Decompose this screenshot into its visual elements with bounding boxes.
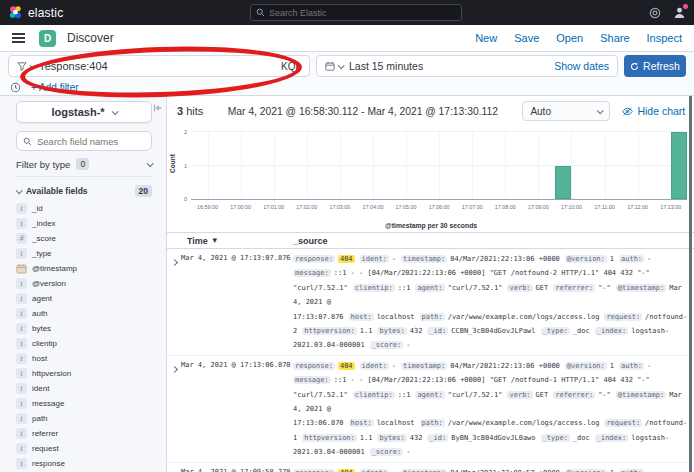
string-field-icon: t — [16, 308, 27, 319]
grid-line — [538, 132, 539, 199]
source-field-name: _type: — [541, 434, 570, 442]
global-search[interactable] — [250, 4, 462, 21]
string-field-icon: t — [16, 218, 27, 229]
filter-by-type[interactable]: Filter by type 0 — [16, 158, 152, 177]
scrollbar[interactable] — [689, 96, 692, 472]
time-range-button[interactable]: Last 15 minutes — [349, 60, 423, 72]
expand-row-icon[interactable] — [167, 359, 181, 460]
field-search[interactable] — [16, 131, 152, 151]
source-field-value: 1.1 — [360, 327, 373, 335]
nav-action-save[interactable]: Save — [514, 32, 539, 44]
field-item-ident[interactable]: tident — [16, 381, 152, 396]
source-field-name: _type: — [541, 327, 570, 335]
field-item-timestamp[interactable]: @timestamp — [16, 261, 152, 276]
notification-dot — [683, 4, 688, 9]
source-field-value: ::1 — [398, 284, 411, 292]
query-input[interactable]: response:404 — [41, 60, 269, 72]
user-avatar[interactable] — [673, 6, 686, 19]
field-item-host[interactable]: thost — [16, 351, 152, 366]
source-field-value: "-" — [598, 284, 611, 292]
highlighted-value: 404 — [338, 255, 355, 263]
source-field-value: "curl/7.52.1" — [448, 284, 503, 292]
histogram-chart[interactable]: Count 012 16:59:0017:00:0017:01:0017:02:… — [167, 126, 694, 232]
nav-action-share[interactable]: Share — [600, 32, 629, 44]
field-search-input[interactable] — [37, 136, 145, 147]
fields-sidebar: logstash-* Filter by type 0 Available fi… — [0, 96, 167, 472]
string-field-icon: t — [16, 398, 27, 409]
field-item-path[interactable]: tpath — [16, 411, 152, 426]
interval-select[interactable]: Auto — [522, 101, 610, 121]
expand-row-icon[interactable] — [167, 466, 181, 472]
table-row: Mar 4, 2021 @ 17:09:58.278response:404id… — [167, 463, 694, 472]
nav-action-new[interactable]: New — [475, 32, 497, 44]
source-field-value: localhost — [377, 419, 415, 427]
string-field-icon: t — [16, 323, 27, 334]
field-item-auth[interactable]: tauth — [16, 306, 152, 321]
source-field-name: request: — [604, 313, 642, 321]
source-field-name: ident: — [360, 255, 389, 263]
add-filter-button[interactable]: + Add filter — [31, 82, 79, 93]
field-item-bytes[interactable]: tbytes — [16, 321, 152, 336]
x-tick-label: 17:00:00 — [230, 204, 251, 210]
source-field-name: message: — [293, 269, 331, 277]
hide-chart-button[interactable]: Hide chart — [622, 105, 685, 117]
field-name: bytes — [32, 324, 51, 333]
source-field-value: localhost — [377, 313, 415, 321]
show-dates-link[interactable]: Show dates — [554, 60, 609, 72]
nav-action-open[interactable]: Open — [556, 32, 583, 44]
field-item-score[interactable]: #_score — [16, 231, 152, 246]
query-language-button[interactable]: KQL — [275, 61, 301, 72]
field-item-id[interactable]: t_id — [16, 201, 152, 216]
source-field-name: bytes: — [377, 327, 406, 335]
source-field-value: "curl/7.52.1" — [448, 391, 503, 399]
field-name: host — [32, 354, 47, 363]
index-pattern-select[interactable]: logstash-* — [16, 101, 152, 123]
refresh-button[interactable]: Refresh — [624, 55, 686, 77]
field-item-type[interactable]: t_type — [16, 246, 152, 261]
help-icon[interactable] — [649, 7, 661, 19]
expand-row-icon[interactable] — [167, 252, 181, 353]
histogram-bar[interactable] — [671, 132, 688, 199]
source-field-value: 1 — [610, 362, 614, 370]
field-item-message[interactable]: tmessage — [16, 396, 152, 411]
elastic-logo[interactable]: elastic — [0, 5, 63, 20]
source-field-value: _doc — [573, 434, 590, 442]
y-tick-label: 1 — [184, 163, 187, 169]
highlighted-value: 404 — [338, 362, 355, 370]
field-item-clientip[interactable]: tclientip — [16, 336, 152, 351]
menu-icon[interactable] — [12, 33, 25, 43]
search-icon — [256, 8, 265, 17]
field-name: ident — [32, 384, 49, 393]
field-item-referrer[interactable]: treferrer — [16, 426, 152, 441]
field-name: clientip — [32, 339, 57, 348]
available-fields-header[interactable]: Available fields 20 — [16, 185, 152, 197]
filter-menu-icon[interactable] — [17, 62, 35, 71]
field-item-httpversion[interactable]: thttpversion — [16, 366, 152, 381]
field-item-response[interactable]: tresponse — [16, 456, 152, 471]
x-tick-label: 17:05:00 — [396, 204, 417, 210]
chevron-down-icon — [16, 187, 23, 194]
row-source: response:404ident:-timestamp:04/Mar/2021… — [293, 359, 694, 460]
collapse-sidebar-icon[interactable] — [153, 103, 163, 113]
global-search-input[interactable] — [269, 8, 456, 18]
source-field-name: verb: — [507, 391, 532, 399]
field-item-index[interactable]: t_index — [16, 216, 152, 231]
nav-action-inspect[interactable]: Inspect — [647, 32, 682, 44]
x-tick-label: 17:10:00 — [561, 204, 582, 210]
histogram-bar[interactable] — [555, 166, 572, 200]
field-item-request[interactable]: trequest — [16, 441, 152, 456]
saved-queries-icon[interactable] — [10, 82, 21, 93]
string-field-icon: t — [16, 368, 27, 379]
discover-app-icon[interactable]: D — [39, 30, 56, 47]
source-field-name: ident: — [360, 362, 389, 370]
field-item-version[interactable]: t@version — [16, 276, 152, 291]
source-field-value: /var/www/example.com/logs/access.log — [448, 419, 600, 427]
query-input-group[interactable]: response:404 KQL — [8, 55, 310, 77]
field-item-agent[interactable]: tagent — [16, 291, 152, 306]
grid-line — [605, 132, 606, 199]
source-field-name: clientip: — [353, 284, 395, 292]
time-column-header[interactable]: Time▼ — [167, 236, 293, 246]
source-field-value: CCBN_3cB04dGovJLPawl — [451, 327, 535, 335]
calendar-icon[interactable] — [325, 61, 343, 71]
eye-slash-icon — [622, 107, 633, 116]
